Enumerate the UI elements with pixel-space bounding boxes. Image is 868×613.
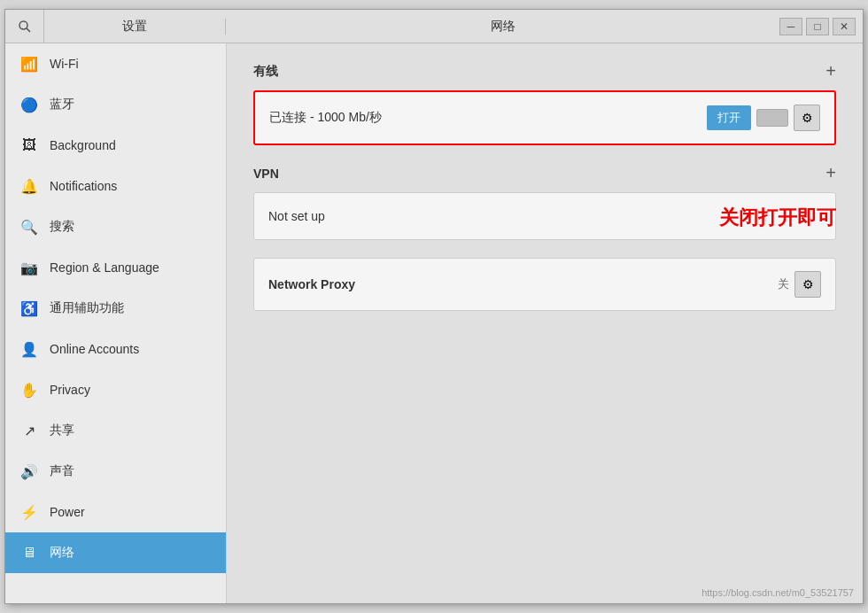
wired-card-row: 已连接 - 1000 Mb/秒 打开 ⚙ [255, 92, 834, 144]
notifications-icon: 🔔 [19, 176, 39, 196]
proxy-gear-button[interactable]: ⚙ [794, 271, 821, 298]
wired-card: 已连接 - 1000 Mb/秒 打开 ⚙ [253, 90, 836, 145]
sidebar-item-region[interactable]: 📷Region & Language [5, 247, 226, 288]
background-icon: 🖼 [19, 136, 39, 155]
sidebar-item-label-search: 搜索 [50, 219, 74, 235]
sidebar-item-share[interactable]: ↗共享 [5, 410, 226, 451]
proxy-status-label: 关 [778, 276, 789, 292]
window-title: 网络 [226, 19, 779, 35]
wired-toggle-indicator [756, 109, 788, 127]
sidebar: 📶Wi-Fi🔵蓝牙🖼Background🔔Notifications🔍搜索📷Re… [5, 43, 227, 603]
sound-icon: 🔊 [19, 462, 39, 481]
sidebar-item-label-background: Background [50, 138, 116, 152]
proxy-controls: 关 ⚙ [778, 271, 821, 298]
wired-controls: 打开 ⚙ [707, 105, 820, 131]
vpn-card-row: Not set up [254, 193, 835, 239]
privacy-icon: ✋ [19, 380, 39, 400]
sidebar-item-privacy[interactable]: ✋Privacy [5, 369, 226, 410]
search-area[interactable] [5, 10, 44, 43]
sidebar-item-label-share: 共享 [50, 423, 74, 438]
sidebar-item-online-accounts[interactable]: 👤Online Accounts [5, 329, 226, 369]
sidebar-item-sound[interactable]: 🔊声音 [5, 451, 226, 492]
content-area: 有线 + 已连接 - 1000 Mb/秒 打开 ⚙ VPN + [227, 43, 863, 603]
vpn-title: VPN [253, 167, 279, 181]
wired-connection-label: 已连接 - 1000 Mb/秒 [269, 110, 707, 126]
proxy-label: Network Proxy [268, 277, 778, 291]
proxy-card: Network Proxy 关 ⚙ [253, 258, 836, 311]
vpn-not-setup-label: Not set up [268, 209, 821, 223]
vpn-section: VPN + Not set up [253, 163, 836, 240]
close-button[interactable]: ✕ [833, 18, 856, 35]
sidebar-item-network[interactable]: 🖥网络 [5, 532, 226, 573]
sidebar-title: 设置 [44, 19, 226, 35]
sidebar-item-notifications[interactable]: 🔔Notifications [5, 166, 226, 206]
sidebar-item-label-accessibility: 通用辅助功能 [50, 300, 124, 316]
sidebar-item-label-region: Region & Language [50, 260, 159, 275]
sidebar-item-label-notifications: Notifications [50, 179, 117, 193]
titlebar: 设置 网络 ─ □ ✕ [5, 10, 863, 43]
sidebar-item-label-wifi: Wi-Fi [50, 57, 79, 71]
power-icon: ⚡ [19, 502, 39, 522]
watermark-text: https://blog.csdn.net/m0_53521757 [701, 587, 854, 598]
wired-section-header: 有线 + [253, 61, 836, 81]
sidebar-item-label-sound: 声音 [50, 463, 74, 479]
sidebar-item-label-privacy: Privacy [50, 383, 90, 397]
sidebar-item-accessibility[interactable]: ♿通用辅助功能 [5, 288, 226, 329]
sidebar-item-wifi[interactable]: 📶Wi-Fi [5, 43, 226, 84]
maximize-button[interactable]: □ [806, 18, 829, 35]
proxy-section: Network Proxy 关 ⚙ 关闭打开即可 [253, 258, 836, 311]
window-controls: ─ □ ✕ [779, 18, 863, 35]
sidebar-item-power[interactable]: ⚡Power [5, 492, 226, 532]
search-icon [17, 19, 33, 35]
online-accounts-icon: 👤 [19, 339, 39, 359]
sidebar-item-label-power: Power [50, 505, 85, 519]
wired-title: 有线 [253, 64, 278, 80]
minimize-button[interactable]: ─ [779, 18, 802, 35]
network-icon: 🖥 [19, 543, 39, 563]
wired-gear-button[interactable]: ⚙ [794, 105, 820, 131]
settings-window: 设置 网络 ─ □ ✕ 📶Wi-Fi🔵蓝牙🖼Background🔔Notific… [4, 9, 864, 604]
wifi-icon: 📶 [19, 54, 39, 74]
sidebar-item-background[interactable]: 🖼Background [5, 125, 226, 166]
share-icon: ↗ [19, 421, 39, 440]
wired-toggle-button[interactable]: 打开 [707, 105, 751, 130]
bluetooth-icon: 🔵 [19, 95, 39, 114]
sidebar-item-search[interactable]: 🔍搜索 [5, 206, 226, 247]
sidebar-item-label-network: 网络 [50, 545, 74, 561]
accessibility-icon: ♿ [19, 299, 39, 318]
vpn-section-header: VPN + [253, 163, 836, 183]
vpn-add-button[interactable]: + [825, 163, 836, 183]
svg-line-1 [26, 27, 29, 31]
sidebar-item-label-online-accounts: Online Accounts [50, 342, 139, 356]
sidebar-item-label-bluetooth: 蓝牙 [50, 97, 74, 113]
sidebar-item-bluetooth[interactable]: 🔵蓝牙 [5, 84, 226, 125]
svg-point-0 [19, 21, 27, 29]
region-icon: 📷 [19, 258, 39, 277]
main-area: 📶Wi-Fi🔵蓝牙🖼Background🔔Notifications🔍搜索📷Re… [5, 43, 863, 603]
vpn-card: Not set up [253, 192, 836, 240]
search-icon: 🔍 [19, 217, 39, 237]
wired-add-button[interactable]: + [825, 61, 836, 81]
proxy-card-row: Network Proxy 关 ⚙ [254, 259, 835, 310]
